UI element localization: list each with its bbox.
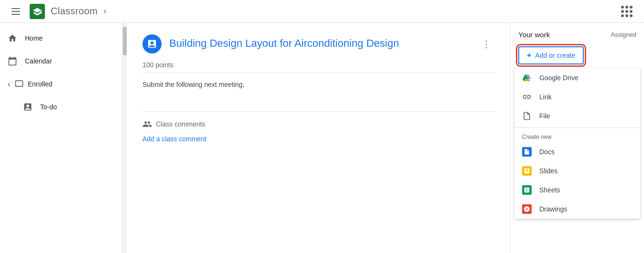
app-name: Classroom [51,6,98,17]
breadcrumb-arrow: › [103,6,106,16]
calendar-icon [8,56,17,66]
plus-icon: + [527,51,531,60]
topbar-left: Classroom › [8,4,106,19]
dropdown-divider [514,127,640,128]
sidebar-calendar-label: Calendar [25,57,52,65]
link-item[interactable]: Link [514,87,640,106]
slides-icon [522,166,532,176]
assignment-title: Building Design Layout for Airconditioni… [169,34,470,50]
sheets-item[interactable]: Sheets [514,180,640,200]
more-options-icon[interactable]: ⋮ [478,34,495,53]
assignment-points: 100 points [142,61,495,69]
link-label: Link [539,93,552,101]
enrolled-icon [14,79,24,90]
assigned-badge: Assigned [611,31,636,38]
slides-label: Slides [539,167,557,175]
file-item[interactable]: File [514,106,640,126]
comments-label: Class comments [156,120,205,128]
drawings-item[interactable]: Drawings [514,200,640,219]
docs-icon [522,147,532,157]
add-create-label: Add or create [535,52,575,59]
sidebar: Home Calendar ‹ Enrolled To-do [0,23,122,253]
sidebar-todo-label: To-do [40,103,57,111]
slides-item[interactable]: Slides [514,161,640,180]
sidebar-home-label: Home [25,34,43,42]
add-or-create-button[interactable]: + Add or create [518,46,584,64]
google-drive-icon [522,73,532,83]
sidebar-enrolled-label: Enrolled [28,80,52,88]
your-work-panel: Your work Assigned + Add or create [510,23,644,253]
sheets-icon [522,185,532,195]
apps-icon[interactable] [617,2,636,21]
docs-item[interactable]: Docs [514,142,640,161]
add-comment-link[interactable]: Add a class comment [142,135,207,143]
docs-label: Docs [539,148,555,156]
sidebar-item-calendar[interactable]: Calendar [0,50,114,73]
dropdown-menu: Google Drive Link File Create new [514,68,640,219]
drawings-icon [522,204,532,214]
assignment-header: Building Design Layout for Airconditioni… [142,34,495,53]
menu-icon[interactable] [8,4,24,19]
classroom-logo [30,4,45,19]
divider-1 [142,73,495,73]
file-icon [522,111,532,121]
file-label: File [539,112,550,120]
your-work-heading: Your work [518,31,550,39]
google-drive-label: Google Drive [539,74,579,82]
google-drive-item[interactable]: Google Drive [514,68,640,87]
divider-2 [142,111,495,112]
main-layout: Home Calendar ‹ Enrolled To-do [0,23,644,253]
your-work-header: Your work Assigned [511,23,644,42]
topbar: Classroom › [0,0,644,23]
todo-icon [23,102,33,112]
create-new-label: Create new [514,130,640,142]
home-icon [8,33,17,43]
assignment-content: Building Design Layout for Airconditioni… [127,23,510,253]
content-area: Building Design Layout for Airconditioni… [122,23,644,253]
sidebar-item-todo[interactable]: To-do [0,95,114,118]
comments-section: Class comments Add a class comment [142,119,495,143]
scrollbar-track[interactable] [122,23,127,253]
assignment-icon [142,34,162,53]
comments-header: Class comments [142,119,495,129]
link-icon [522,92,532,102]
scrollbar-thumb[interactable] [123,27,127,55]
assignment-description: Submit the following next meeting, [142,81,495,88]
sheets-label: Sheets [539,186,560,194]
drawings-label: Drawings [539,205,567,213]
sidebar-item-home[interactable]: Home [0,27,114,50]
sidebar-enrolled-section[interactable]: ‹ Enrolled [0,73,122,95]
enrolled-chevron: ‹ [8,79,11,89]
